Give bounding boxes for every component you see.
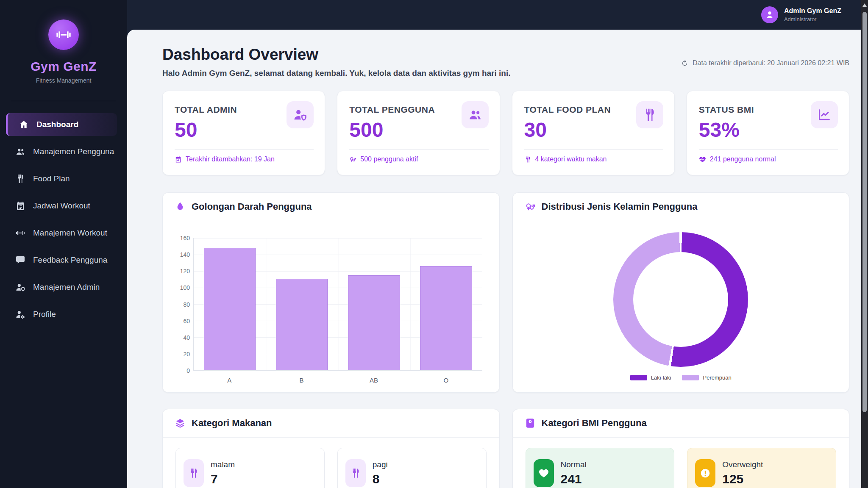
stat-footer-text: Terakhir ditambahkan: 19 Jan <box>186 155 275 163</box>
chart-legend: Laki-laki Perempuan <box>630 374 732 381</box>
y-tick: 100 <box>180 284 190 291</box>
scroll-up-arrow[interactable] <box>861 0 868 10</box>
panel-header: Distribusi Jenis Kelamin Pengguna <box>513 193 849 221</box>
avatar <box>761 6 778 23</box>
home-icon <box>19 119 29 130</box>
last-updated: Data terakhir diperbarui: 20 Januari 202… <box>681 59 849 67</box>
sidebar-item-manajemen-pengguna[interactable]: Manajemen Pengguna <box>0 140 117 163</box>
dumbbell-icon <box>15 228 25 238</box>
heart-pulse-icon <box>699 156 706 163</box>
utensils-icon <box>636 101 663 128</box>
user-shield-icon <box>15 282 25 292</box>
venus-mars-icon <box>525 201 536 212</box>
stat-footer-text: 500 pengguna aktif <box>360 155 418 163</box>
divider <box>349 149 488 150</box>
stat-footer-text: 241 pengguna normal <box>710 155 776 163</box>
sidebar-divider <box>11 101 116 101</box>
food-category-pagi: pagi 8 <box>337 448 487 488</box>
utensils-icon <box>184 459 204 487</box>
stats-row: TOTAL ADMIN 50 Terakhir ditambahkan: 19 … <box>162 91 849 175</box>
utensils-icon <box>524 156 531 163</box>
bmi-category-value: 241 <box>561 472 587 486</box>
sidebar-item-dashboard[interactable]: Dashboard <box>6 113 117 136</box>
user-gear-icon <box>15 309 25 319</box>
user-circle-icon <box>764 9 775 20</box>
legend-item-perempuan[interactable]: Perempuan <box>682 374 731 381</box>
sidebar-item-jadwal-workout[interactable]: Jadwal Workout <box>0 194 117 217</box>
panel-title: Golongan Darah Pengguna <box>192 201 312 212</box>
scrollbar-thumb[interactable] <box>862 12 867 412</box>
page-header: Dashboard Overview Halo Admin Gym GenZ, … <box>162 46 849 78</box>
charts-row: Golongan Darah Pengguna 160 140 120 100 … <box>162 192 849 393</box>
users-icon <box>15 147 25 157</box>
divider <box>175 149 314 150</box>
stat-label: STATUS BMI <box>699 101 754 115</box>
alert-icon <box>695 459 715 487</box>
heart-icon <box>534 459 554 487</box>
y-tick: 20 <box>183 351 190 358</box>
droplet-icon <box>175 201 186 212</box>
y-tick: 0 <box>186 367 190 374</box>
bmi-category-label: Normal <box>561 460 587 469</box>
y-tick: 120 <box>180 268 190 274</box>
x-label: AB <box>338 377 410 384</box>
legend-label: Perempuan <box>703 374 731 381</box>
y-axis: 160 140 120 100 80 60 40 20 0 <box>174 238 193 371</box>
utensils-icon <box>345 459 366 487</box>
panel-title: Kategori BMI Pengguna <box>542 418 647 429</box>
stat-label: TOTAL ADMIN <box>175 101 237 115</box>
bmi-category-value: 125 <box>722 472 763 486</box>
blood-type-chart-card: Golongan Darah Pengguna 160 140 120 100 … <box>162 192 500 393</box>
stat-card-total-pengguna: TOTAL PENGGUNA 500 500 pengguna aktif <box>337 91 500 175</box>
sidebar-item-feedback-pengguna[interactable]: Feedback Pengguna <box>0 249 117 272</box>
page-title: Dashboard Overview <box>162 46 510 64</box>
plot-area <box>193 238 482 371</box>
sidebar-item-label: Jadwal Workout <box>33 201 90 211</box>
comment-icon <box>15 255 25 265</box>
x-axis-labels: A B AB O <box>193 377 482 384</box>
stat-card-total-admin: TOTAL ADMIN 50 Terakhir ditambahkan: 19 … <box>162 91 325 175</box>
app-window: Gym GenZ Fitness Management Dashboard Ma… <box>0 0 868 488</box>
dumbbell-icon <box>55 26 72 43</box>
legend-item-laki-laki[interactable]: Laki-laki <box>630 374 671 381</box>
last-updated-text: Data terakhir diperbarui: 20 Januari 202… <box>693 59 849 67</box>
panel-header: Kategori BMI Pengguna <box>513 409 849 438</box>
brand: Gym GenZ Fitness Management <box>0 0 127 84</box>
gender-chart-card: Distribusi Jenis Kelamin Pengguna Laki-l… <box>512 192 850 393</box>
page-subtitle: Halo Admin Gym GenZ, selamat datang kemb… <box>162 69 510 78</box>
bar-blood-ab <box>348 275 400 370</box>
legend-label: Laki-laki <box>651 374 671 381</box>
sidebar-item-label: Manajemen Pengguna <box>33 147 114 156</box>
legend-swatch <box>682 375 699 380</box>
sidebar-item-profile[interactable]: Profile <box>0 303 117 326</box>
bar-blood-b <box>276 279 328 370</box>
food-category-value: 8 <box>373 472 388 486</box>
stat-card-status-bmi: STATUS BMI 53% 241 pengguna normal <box>687 91 849 175</box>
weight-scale-icon <box>525 418 536 429</box>
brand-logo <box>48 19 79 50</box>
topbar: Admin Gym GenZ Administrator <box>127 0 868 30</box>
food-category-grid: malam 7 pagi 8 <box>163 438 499 488</box>
x-label: A <box>193 377 265 384</box>
user-menu[interactable]: Admin Gym GenZ Administrator <box>761 6 841 23</box>
stat-label: TOTAL PENGGUNA <box>349 101 435 115</box>
bar-chart: 160 140 120 100 80 60 40 20 0 <box>163 221 499 384</box>
sidebar-item-manajemen-admin[interactable]: Manajemen Admin <box>0 276 117 299</box>
scrollbar <box>861 0 868 488</box>
stat-value: 50 <box>175 118 237 141</box>
sidebar-item-manajemen-workout[interactable]: Manajemen Workout <box>0 222 117 244</box>
sidebar-item-food-plan[interactable]: Food Plan <box>0 167 117 190</box>
sidebar-item-label: Manajemen Workout <box>33 228 107 238</box>
venus-mars-icon <box>349 156 356 163</box>
page-header-left: Dashboard Overview Halo Admin Gym GenZ, … <box>162 46 510 78</box>
bar-blood-a <box>204 248 256 370</box>
user-meta: Admin Gym GenZ Administrator <box>784 7 841 22</box>
user-role: Administrator <box>784 16 841 22</box>
sidebar-item-label: Manajemen Admin <box>33 283 100 292</box>
donut-chart: Laki-laki Perempuan <box>513 221 849 381</box>
users-icon <box>462 101 489 128</box>
utensils-icon <box>15 174 25 184</box>
divider <box>524 149 663 150</box>
stat-card-total-food-plan: TOTAL FOOD PLAN 30 4 kategori waktu maka… <box>512 91 675 175</box>
refresh-icon[interactable] <box>681 60 688 67</box>
